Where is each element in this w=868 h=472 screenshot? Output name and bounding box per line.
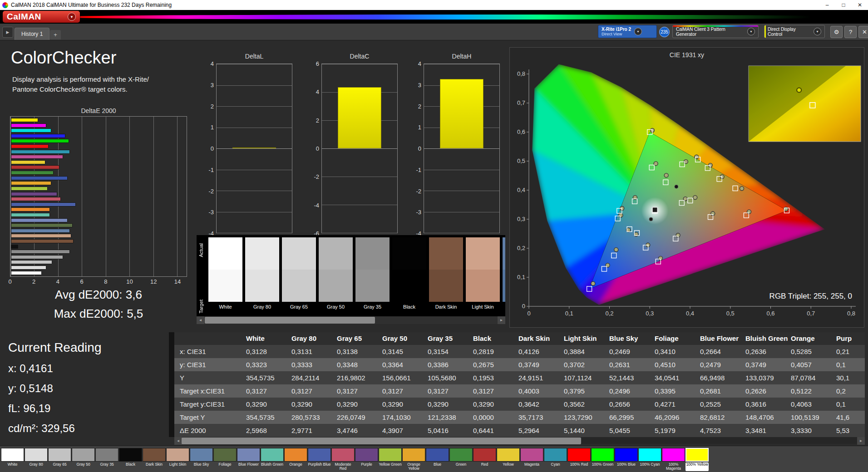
table-cell: 0,3127 bbox=[242, 384, 288, 398]
patch-orange-yellow[interactable]: Orange Yellow bbox=[402, 448, 425, 471]
reading-fl: fL: 96,19 bbox=[8, 402, 50, 415]
patch-moderate-red[interactable]: Moderate Red bbox=[331, 448, 355, 471]
scrollbar-thumb[interactable] bbox=[205, 317, 375, 324]
measured-point bbox=[693, 196, 697, 200]
patch-gray-35[interactable]: Gray 35 bbox=[95, 448, 118, 471]
chevron-down-icon[interactable]: ▼ bbox=[747, 28, 755, 35]
meter-dropdown[interactable]: X-Rite i1Pro 2 Direct View ▼ bbox=[598, 25, 657, 38]
deltae-bar bbox=[11, 260, 52, 264]
patch-orange[interactable]: Orange bbox=[284, 448, 307, 471]
svg-text:0,6: 0,6 bbox=[517, 128, 525, 135]
patch-color bbox=[379, 448, 402, 462]
nav-arrow-button[interactable]: ▶ bbox=[2, 27, 13, 38]
help-button[interactable]: ? bbox=[844, 26, 857, 38]
patch-purple[interactable]: Purple bbox=[355, 448, 378, 471]
patch-100-blue[interactable]: 100% Blue bbox=[615, 448, 638, 471]
scrollbar-thumb[interactable] bbox=[182, 438, 581, 444]
delta_h-plot bbox=[424, 64, 500, 233]
patch-dark-skin[interactable]: Dark Skin bbox=[143, 448, 166, 471]
gridline bbox=[424, 212, 499, 212]
patch-color bbox=[686, 448, 709, 462]
patch-label: Blue Flower bbox=[237, 462, 260, 471]
patch-blue-sky[interactable]: Blue Sky bbox=[190, 448, 213, 471]
scroll-left-icon[interactable]: ◄ bbox=[174, 437, 182, 445]
minimize-button[interactable]: – bbox=[819, 0, 835, 10]
chevron-down-icon[interactable]: ▼ bbox=[814, 28, 821, 35]
patch-label: Black bbox=[119, 462, 142, 471]
settings-button[interactable]: ⚙ bbox=[830, 26, 843, 38]
chevron-down-icon[interactable]: ▼ bbox=[634, 28, 642, 35]
swatch-scrollbar[interactable]: ◄ ► bbox=[197, 316, 505, 324]
patch-100-yellow[interactable]: 100% Yellow bbox=[686, 448, 709, 471]
axis-tick-label: 2 bbox=[316, 117, 319, 123]
patch-label: Moderate Red bbox=[331, 462, 355, 471]
axis-tick-label: 0 bbox=[316, 145, 319, 152]
scroll-right-icon[interactable]: ► bbox=[857, 437, 865, 445]
table-cell: 0,3145 bbox=[379, 345, 424, 358]
target-label: Target bbox=[198, 300, 204, 314]
patch-blue[interactable]: Blue bbox=[426, 448, 449, 471]
patch-100-magenta[interactable]: 100% Magenta bbox=[662, 448, 685, 471]
swatch-target bbox=[503, 270, 505, 302]
table-cell: 0,3131 bbox=[288, 345, 333, 358]
patch-light-skin[interactable]: Light Skin bbox=[166, 448, 189, 471]
pattern-generator-dropdown[interactable]: CalMAN Client 3 Pattern Generator ▼ bbox=[672, 25, 759, 38]
gridline bbox=[322, 148, 397, 149]
patch-black[interactable]: Black bbox=[119, 448, 142, 471]
measured-point bbox=[740, 187, 744, 191]
calman-logo: CalMAN bbox=[7, 12, 41, 22]
patch-white[interactable]: White bbox=[1, 448, 24, 471]
table-cell: 4,7523 bbox=[696, 424, 742, 437]
row-label: Y bbox=[174, 371, 242, 384]
reading-cd: cd/m²: 329,56 bbox=[8, 422, 75, 435]
row-label: Target x:CIE31 bbox=[174, 384, 242, 398]
gridline bbox=[322, 205, 397, 205]
maximize-button[interactable]: □ bbox=[835, 0, 852, 10]
patch-green[interactable]: Green bbox=[449, 448, 473, 471]
patch-red[interactable]: Red bbox=[473, 448, 496, 471]
table-cell: 0,2 bbox=[833, 384, 865, 398]
patch-blue-flower[interactable]: Blue Flower bbox=[237, 448, 260, 471]
patch-100-cyan[interactable]: 100% Cyan bbox=[638, 448, 661, 471]
patch-gray-80[interactable]: Gray 80 bbox=[25, 448, 48, 471]
display-control-dropdown[interactable]: Direct Display Control ▼ bbox=[764, 25, 825, 38]
patch-label: Magenta bbox=[520, 462, 543, 471]
swatch-white: White bbox=[208, 237, 242, 310]
table-cell: 5,1979 bbox=[651, 424, 696, 437]
swatch-target bbox=[245, 270, 279, 302]
table-scrollbar[interactable]: ◄ ► bbox=[174, 437, 865, 444]
tab-history-1[interactable]: History 1 bbox=[15, 28, 49, 40]
close-button[interactable]: ✕ bbox=[852, 0, 868, 10]
patch-100-red[interactable]: 100% Red bbox=[567, 448, 591, 471]
patch-gray-65[interactable]: Gray 65 bbox=[48, 448, 71, 471]
deltae-bar bbox=[11, 139, 69, 143]
calman-menu-button[interactable]: CalMAN ▼ bbox=[3, 11, 80, 23]
table-cell: 34,0541 bbox=[651, 371, 696, 384]
gridline bbox=[217, 64, 292, 64]
patch-foliage[interactable]: Foliage bbox=[213, 448, 237, 471]
patch-yellow-green[interactable]: Yellow Green bbox=[379, 448, 402, 471]
patch-gray-50[interactable]: Gray 50 bbox=[72, 448, 95, 471]
scroll-right-icon[interactable]: ► bbox=[498, 316, 505, 324]
patch-cyan[interactable]: Cyan bbox=[544, 448, 567, 471]
table-cell: 0,1 bbox=[833, 398, 865, 411]
patch-yellow[interactable]: Yellow bbox=[497, 448, 520, 471]
deltae-bar bbox=[11, 250, 70, 254]
patch-color bbox=[213, 448, 237, 462]
patch-magenta[interactable]: Magenta bbox=[520, 448, 543, 471]
scroll-left-icon[interactable]: ◄ bbox=[197, 316, 204, 324]
swatch-label: Blue Sky bbox=[503, 304, 505, 310]
table-cell: 0,2656 bbox=[606, 398, 651, 411]
patch-purplish-blue[interactable]: Purplish Blue bbox=[308, 448, 331, 471]
patch-100-green[interactable]: 100% Green bbox=[591, 448, 614, 471]
patch-color bbox=[237, 448, 260, 462]
add-tab-button[interactable]: + bbox=[50, 30, 61, 39]
swatch-actual bbox=[503, 237, 505, 270]
axis-tick-label: 3 bbox=[211, 81, 214, 88]
table-row: Target y:CIE310,32900,32900,32900,32900,… bbox=[174, 398, 865, 411]
patch-label: Blue Sky bbox=[190, 462, 213, 471]
patch-bluish-green[interactable]: Bluish Green bbox=[261, 448, 284, 471]
page-title: ColorChecker bbox=[11, 48, 116, 68]
swatch-label: Gray 65 bbox=[282, 304, 316, 310]
close-workspace-button[interactable]: ✕ bbox=[858, 26, 868, 38]
